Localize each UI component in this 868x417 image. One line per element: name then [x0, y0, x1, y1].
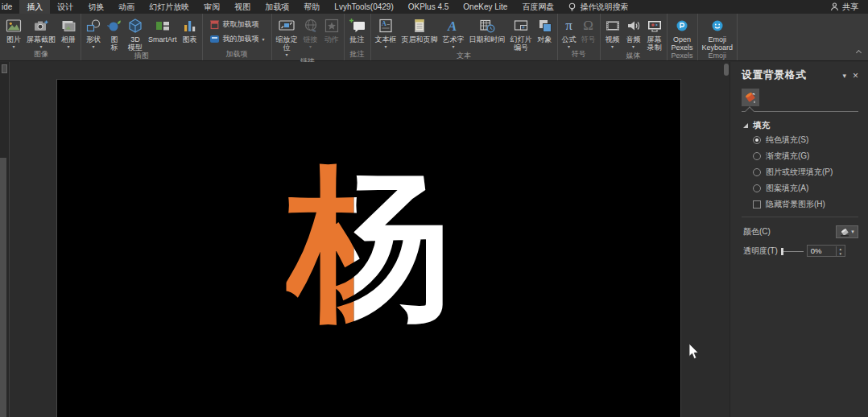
fill-color-picker-button[interactable]: ▾ [836, 225, 858, 238]
ribbon-button-chart[interactable]: 图表 [180, 15, 200, 52]
fill-section-header[interactable]: 填充 [743, 120, 868, 131]
button-label: 页眉和页脚 [402, 35, 438, 43]
tab-indicator-rule [742, 111, 858, 112]
ribbon-button-new-comment[interactable]: 批注 [346, 15, 369, 50]
transparency-spinner[interactable]: 0% ▴▾ [807, 245, 845, 257]
transparency-slider[interactable] [781, 247, 804, 255]
ribbon-group-label-comments: 批注 [345, 50, 370, 60]
tab-onekey[interactable]: OneKey Lite [456, 0, 515, 14]
slide-canvas[interactable]: 杨 杨 [56, 79, 681, 417]
fill-tab-button[interactable] [742, 89, 759, 106]
ribbon-group-comments: 批注 批注 [345, 14, 371, 60]
pane-close-icon[interactable]: × [851, 70, 860, 81]
action-star-icon [324, 17, 340, 35]
dropdown-caret-icon: ▾ [453, 44, 455, 49]
radio-solid-fill[interactable]: 纯色填充(S) [753, 134, 868, 146]
ribbon-button-3d-models[interactable]: 3D 模型 [125, 15, 146, 52]
spinner-arrows[interactable]: ▴▾ [836, 246, 845, 256]
tab-addins[interactable]: 加载项 [258, 0, 296, 14]
menu-bar: ide 插入 设计 切换 动画 幻灯片放映 审阅 视图 加载项 帮助 LvyhT… [0, 0, 868, 14]
ribbon-button-slide-number[interactable]: # 幻灯片 编号 [508, 15, 535, 52]
ribbon-button-screenshot[interactable]: 屏幕截图 ▾ [24, 15, 58, 50]
slide-number-icon: # [513, 17, 529, 35]
slide-thumbnail[interactable] [2, 64, 7, 73]
ribbon-button-equation[interactable]: π 公式 ▾ [560, 15, 579, 50]
ribbon-button-get-addins[interactable]: 获取加载项 [209, 19, 265, 30]
ribbon: 图片 ▾ 屏幕截图 ▾ 相册 ▾ 图像 [0, 14, 868, 61]
ribbon-button-icons[interactable]: 图 标 [104, 15, 125, 52]
tab-insert[interactable]: 插入 [19, 0, 50, 14]
ribbon-group-label-text: 文本 [371, 52, 557, 60]
checkbox-hide-background-graphics[interactable]: 隐藏背景图形(H) [753, 199, 868, 210]
ribbon-button-text-box[interactable]: A 文本框 ▾ [373, 15, 399, 52]
button-label: 视频 [606, 35, 620, 43]
object-icon [537, 17, 553, 35]
ribbon-button-screen-recording[interactable]: 屏幕 录制 [644, 15, 665, 52]
pane-menu-caret-icon[interactable]: ▾ [837, 72, 851, 80]
button-label: 幻灯片 编号 [510, 35, 532, 52]
tab-transitions[interactable]: 切换 [81, 0, 111, 14]
svg-text:A: A [447, 19, 457, 34]
thumbnail-scrollbar[interactable] [0, 158, 6, 417]
dropdown-caret-icon: ▾ [12, 44, 14, 49]
workspace-scrollbar-thumb[interactable] [724, 64, 729, 76]
slide-thumbnail-pane[interactable] [0, 62, 10, 417]
picture-icon [6, 17, 22, 35]
ribbon-button-shapes[interactable]: 形状 ▾ [83, 15, 104, 52]
color-label: 颜色(C) [743, 226, 771, 237]
tab-islide[interactable]: ide [0, 0, 19, 14]
fill-section-label: 填充 [753, 120, 770, 131]
ribbon-button-zoom-link[interactable]: 缩放定 位 ▾ [274, 15, 300, 57]
tab-okplus[interactable]: OKPlus 4.5 [401, 0, 457, 14]
ribbon-group-label-media: 媒体 [601, 52, 667, 60]
spin-down-icon[interactable]: ▾ [840, 251, 842, 256]
ribbon-button-link[interactable]: 链接 ▾ [300, 15, 321, 57]
slide-character-group[interactable]: 杨 杨 [57, 160, 680, 353]
tab-label: ide [2, 2, 12, 11]
radio-pattern-fill[interactable]: 图案填充(A) [753, 183, 868, 194]
dropdown-caret-icon: ▾ [568, 44, 570, 49]
panel-divider [742, 217, 858, 217]
tab-baidu-pan[interactable]: 百度网盘 [515, 0, 561, 14]
tab-design[interactable]: 设计 [50, 0, 81, 14]
ribbon-button-action[interactable]: 动作 [321, 15, 342, 57]
radio-picture-texture-fill[interactable]: 图片或纹理填充(P) [753, 167, 868, 178]
tab-lvyhtools[interactable]: LvyhTools(0429) [327, 0, 400, 14]
omega-symbol-icon: Ω [583, 17, 593, 35]
ribbon-button-audio[interactable]: 音频 ▾ [623, 15, 644, 52]
share-button[interactable]: 共享 [820, 0, 868, 14]
video-icon [605, 17, 621, 35]
ribbon-button-smartart[interactable]: SmartArt [146, 15, 180, 52]
shapes-icon [85, 17, 101, 35]
dropdown-caret-icon: ▾ [67, 44, 69, 49]
ribbon-button-symbol[interactable]: Ω 符号 [579, 15, 598, 50]
tab-slideshow[interactable]: 幻灯片放映 [142, 0, 196, 14]
ribbon-button-object[interactable]: 对象 [535, 15, 556, 52]
ribbon-button-video[interactable]: 视频 ▾ [602, 15, 623, 52]
ribbon-button-picture[interactable]: 图片 ▾ [3, 15, 24, 50]
ribbon-button-header-footer[interactable]: 页眉和页脚 [399, 15, 440, 52]
collapse-ribbon-chevron-icon[interactable] [857, 51, 862, 56]
tab-review[interactable]: 审阅 [196, 0, 227, 14]
tab-view[interactable]: 视图 [227, 0, 258, 14]
tab-label: 加载项 [265, 2, 289, 13]
ribbon-button-photo-album[interactable]: 相册 ▾ [58, 15, 79, 50]
ribbon-group-emoji: Emoji Keyboard Emoji [698, 14, 738, 60]
tab-label: 插入 [27, 2, 43, 13]
ribbon-button-emoji-keyboard[interactable]: Emoji Keyboard [700, 15, 736, 52]
my-addins-icon [209, 34, 220, 44]
mouse-cursor [688, 344, 700, 360]
radio-gradient-fill[interactable]: 渐变填充(G) [753, 151, 868, 162]
button-label: SmartArt [148, 35, 177, 43]
tab-help[interactable]: 帮助 [296, 0, 327, 14]
tab-animations[interactable]: 动画 [111, 0, 142, 14]
tell-me-search[interactable]: 操作说明搜索 [561, 0, 634, 14]
radio-icon [753, 184, 761, 192]
radio-icon [753, 152, 761, 160]
button-label: 批注 [350, 35, 365, 43]
tab-label: 视图 [234, 2, 250, 13]
ribbon-button-my-addins[interactable]: 我的加载项 ▾ [209, 34, 265, 44]
ribbon-button-wordart[interactable]: A 艺术字 ▾ [440, 15, 467, 52]
ribbon-button-date-time[interactable]: 日期和时间 [467, 15, 508, 52]
ribbon-button-open-pexels[interactable]: Open Pexels [669, 15, 696, 52]
